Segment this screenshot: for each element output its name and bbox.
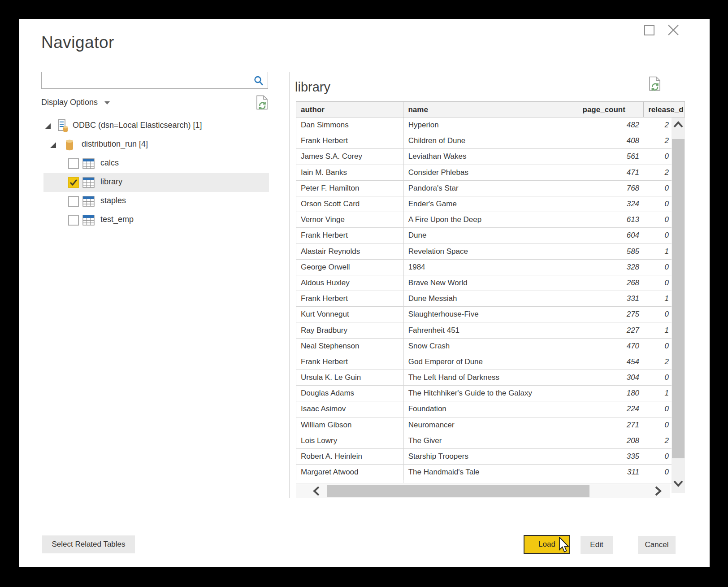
cell-author: Neal Stephenson	[296, 339, 404, 354]
refresh-icon[interactable]	[648, 76, 662, 91]
cell-name: Snow Crash	[404, 339, 579, 354]
tree-item-table-test-emp[interactable]: test_emp	[19, 211, 288, 230]
cell-author: Lois Lowry	[296, 433, 404, 448]
display-options-label: Display Options	[41, 98, 98, 107]
cell-page-count: 561	[578, 149, 644, 164]
edit-button[interactable]: Edit	[581, 536, 613, 554]
cell-author: Frank Herbert	[296, 228, 404, 243]
pane-divider	[289, 72, 290, 498]
cell-name: Foundation	[404, 401, 579, 417]
column-header-name: name	[403, 102, 578, 117]
tree-item-label: test_emp	[100, 215, 134, 224]
tree-item-database[interactable]: distribution_run [4]	[19, 135, 288, 154]
cell-name: Starship Troopers	[404, 449, 579, 464]
expander-icon[interactable]	[45, 123, 51, 129]
cell-author: Dan Simmons	[296, 117, 404, 133]
display-options-dropdown[interactable]: Display Options	[41, 98, 110, 109]
cell-name: Dune Messiah	[404, 291, 579, 306]
cell-page-count: 324	[578, 196, 644, 212]
cell-page-count: 268	[578, 275, 644, 291]
cell-author: Isaac Asimov	[296, 401, 404, 417]
scroll-right-icon[interactable]	[654, 486, 663, 496]
tree-item-label: calcs	[100, 158, 119, 168]
tree-item-label: library	[100, 177, 122, 187]
tree-item-odbc-source[interactable]: ODBC (dsn=Local Elasticsearch) [1]	[19, 117, 288, 135]
cell-author: Alastair Reynolds	[296, 244, 404, 259]
horizontal-scrollbar[interactable]	[296, 484, 670, 498]
navigator-tree: ODBC (dsn=Local Elasticsearch) [1] distr…	[19, 117, 288, 230]
cell-page-count: 482	[578, 117, 644, 133]
cancel-button[interactable]: Cancel	[638, 536, 676, 554]
checkbox-unchecked[interactable]	[68, 215, 79, 226]
scroll-down-icon[interactable]	[673, 479, 684, 488]
vertical-scrollbar-thumb[interactable]	[672, 139, 685, 458]
cell-page-count: 271	[578, 417, 644, 433]
tree-item-table-staples[interactable]: staples	[19, 192, 288, 211]
cell-author: Vernor Vinge	[296, 212, 404, 227]
cell-page-count: 408	[578, 133, 644, 148]
scroll-up-icon[interactable]	[673, 120, 684, 129]
cell-author: Frank Herbert	[296, 291, 404, 306]
close-icon[interactable]	[667, 23, 680, 37]
navigator-dialog: Navigator Display Options	[19, 19, 710, 567]
preview-title: library	[295, 80, 330, 95]
cell-page-count: 328	[578, 260, 644, 275]
table-row: Frank Herbert Dune Messiah 331 1	[296, 291, 685, 307]
cell-page-count: 335	[578, 449, 644, 464]
tree-item-table-library[interactable]: library	[19, 173, 288, 192]
search-input[interactable]	[45, 74, 249, 87]
table-row: Peter F. Hamilton Pandora's Star 768 0	[296, 181, 685, 196]
cell-page-count: 331	[578, 291, 644, 306]
horizontal-scrollbar-thumb[interactable]	[327, 485, 589, 497]
tree-item-label: distribution_run [4]	[82, 139, 148, 149]
cell-author: Iain M. Banks	[296, 165, 404, 180]
table-row: Dan Simmons Hyperion 482 2	[296, 117, 685, 133]
cell-author: Ray Bradbury	[296, 322, 404, 338]
cell-name: The Giver	[404, 433, 579, 448]
load-button[interactable]: Load	[524, 535, 570, 554]
cell-author: Kurt Vonnegut	[296, 307, 404, 322]
table-row: Neal Stephenson Snow Crash 470 0	[296, 339, 685, 354]
database-icon	[65, 139, 74, 151]
cell-name: The Left Hand of Darkness	[404, 370, 579, 385]
cell-page-count: 311	[578, 465, 644, 480]
cell-name: 1984	[404, 260, 579, 275]
cell-page-count: 604	[578, 228, 644, 243]
cell-name: The Hitchhiker's Guide to the Galaxy	[404, 386, 579, 401]
vertical-scrollbar[interactable]	[672, 117, 685, 493]
refresh-icon[interactable]	[256, 95, 269, 110]
preview-table-header: author name page_count release_d	[296, 101, 685, 117]
cell-author: James S.A. Corey	[296, 149, 404, 164]
table-row: Isaac Asimov Foundation 224 0	[296, 401, 685, 417]
expander-icon[interactable]	[50, 142, 56, 148]
cell-author: Aldous Huxley	[296, 275, 404, 291]
cell-name: Consider Phlebas	[404, 165, 579, 180]
page-title: Navigator	[41, 33, 114, 52]
tree-item-table-calcs[interactable]: calcs	[19, 154, 288, 173]
checkbox-checked[interactable]	[68, 177, 79, 188]
table-row: Orson Scott Card Ender's Game 324 0	[296, 196, 685, 212]
table-row: William Gibson Neuromancer 271 0	[296, 417, 685, 433]
table-row: Alastair Reynolds Revelation Space 585 1	[296, 244, 685, 260]
column-header-author: author	[296, 102, 403, 117]
checkbox-unchecked[interactable]	[68, 196, 79, 207]
table-row: Margaret Atwood The Handmaid's Tale 311 …	[296, 465, 685, 480]
cell-page-count: 454	[578, 354, 644, 370]
cell-name: Revelation Space	[404, 244, 579, 259]
table-icon	[82, 177, 95, 188]
cell-page-count: 304	[578, 370, 644, 385]
cell-page-count: 180	[578, 386, 644, 401]
cell-author: Frank Herbert	[296, 133, 404, 148]
cell-author: Douglas Adams	[296, 386, 404, 401]
tree-item-label: staples	[100, 196, 126, 205]
select-related-tables-button[interactable]: Select Related Tables	[42, 535, 135, 553]
scroll-left-icon[interactable]	[312, 486, 321, 496]
cell-name: The Handmaid's Tale	[404, 465, 579, 480]
maximize-icon[interactable]	[644, 25, 654, 35]
checkbox-unchecked[interactable]	[68, 158, 79, 169]
cell-author: Peter F. Hamilton	[296, 181, 404, 196]
cell-name: Fahrenheit 451	[404, 322, 579, 338]
cell-page-count: 768	[578, 181, 644, 196]
search-icon[interactable]	[253, 75, 264, 86]
column-header-release-date: release_d	[644, 102, 685, 117]
